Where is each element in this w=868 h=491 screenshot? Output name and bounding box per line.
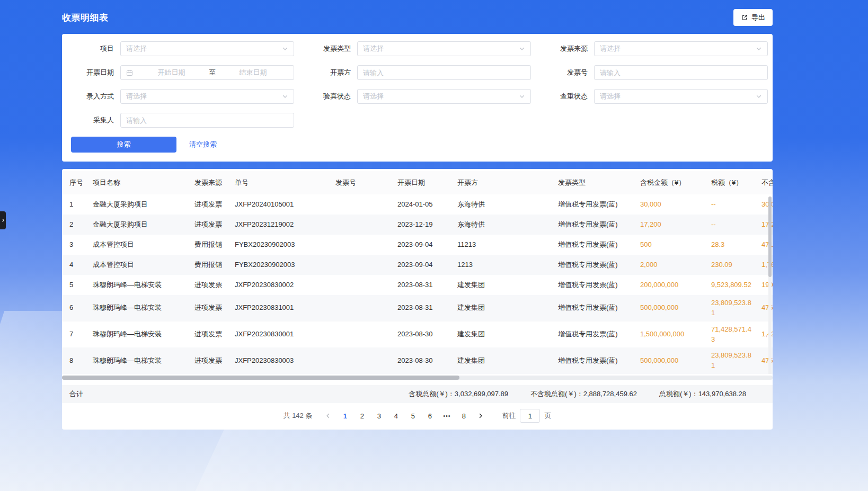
cell-date: 2024-01-05 [393,194,453,215]
date-range-separator: 至 [209,68,216,77]
chevron-down-icon [519,46,525,52]
filter-actions: 搜索 清空搜索 [62,137,773,153]
cell-project: 成本管控项目 [88,235,190,255]
summary-label: 总税额(￥)： [659,390,698,398]
cell-tax: 230.09 [707,255,757,275]
column-header: 序号 [62,171,88,194]
cell-order_no: JXFP20230830003 [231,347,331,374]
summary-amount-without-tax: 不含税总额(￥)：2,888,728,459.62 [530,389,637,399]
cell-date: 2023-09-04 [393,235,453,255]
summary-amount-with-tax: 含税总额(￥)：3,032,699,097.89 [409,389,508,399]
horizontal-scrollbar-thumb[interactable] [62,376,459,380]
prev-page-button[interactable] [321,408,335,423]
issuer-input-label: 开票方 [299,68,351,77]
filter-field-verification-status-select: 验真状态请选择 [299,89,531,104]
filter-field-invoice-source-select: 发票来源请选择 [536,41,768,56]
cell-issuer: 建发集团 [453,322,554,348]
cell-invoice_no [331,194,393,215]
page-ellipsis[interactable]: ••• [439,408,454,423]
cell-source: 进项发票 [190,295,231,322]
column-header: 发票类型 [554,171,636,194]
cell-tax: 71,428,571.43 [707,322,757,348]
cell-source: 进项发票 [190,275,231,295]
page-button-3[interactable]: 3 [371,408,386,423]
invoice-date-range-start[interactable]: 开始日期 [136,68,207,77]
table-row: 3成本管控项目费用报销FYBX202309020032023-09-041121… [62,235,773,255]
invoice-source-select[interactable]: 请选择 [594,41,768,56]
project-select-placeholder: 请选择 [126,44,279,53]
vertical-scrollbar[interactable] [768,197,772,374]
drawer-handle[interactable] [0,211,6,229]
invoice-type-select[interactable]: 请选择 [357,41,531,56]
collector-input[interactable] [126,117,288,124]
cell-tax: -- [707,215,757,235]
summary-label: 含税总额(￥)： [409,390,455,398]
cell-project: 金融大厦采购项目 [88,215,190,235]
entry-method-select[interactable]: 请选择 [120,89,294,104]
filter-row: 录入方式请选择验真状态请选择查重状态请选择 [62,89,773,104]
table-row: 7珠穆朗玛峰—电梯安装进项发票JXFP202308300012023-08-30… [62,322,773,348]
search-button[interactable]: 搜索 [71,137,176,153]
summary-value: 2,888,728,459.62 [583,390,637,398]
issuer-input-wrap [357,65,531,80]
invoice-source-select-placeholder: 请选择 [600,44,752,53]
invoice-number-input[interactable] [600,69,762,77]
cell-issuer: 东海特供 [453,194,554,215]
cell-order_no: FYBX20230902003 [231,235,331,255]
verification-status-select[interactable]: 请选择 [357,89,531,104]
next-page-button[interactable] [473,408,488,423]
filter-field-collector-input: 采集人 [62,113,294,128]
invoice-table: 序号项目名称发票来源单号发票号开票日期开票方发票类型含税金额（¥）税额（¥）不含… [62,171,773,374]
cell-amount_with_tax: 30,000 [636,194,707,215]
filter-panel: 项目请选择发票类型请选择发票来源请选择开票日期开始日期至结束日期开票方发票号录入… [62,34,773,162]
page-button-4[interactable]: 4 [388,408,403,423]
goto-page-input[interactable] [520,409,540,423]
invoice-date-range[interactable]: 开始日期至结束日期 [120,65,294,80]
cell-type: 增值税专用发票(蓝) [554,295,636,322]
cell-project: 金融大厦采购项目 [88,194,190,215]
cell-invoice_no [331,275,393,295]
invoice-date-range-end[interactable]: 结束日期 [218,68,288,77]
cell-project: 珠穆朗玛峰—电梯安装 [88,322,190,348]
cell-tax: -- [707,194,757,215]
entry-method-select-placeholder: 请选择 [126,92,279,101]
collector-input-wrap [120,113,294,128]
chevron-right-icon [1,218,5,222]
cell-date: 2023-12-19 [393,215,453,235]
column-header: 单号 [231,171,331,194]
duplicate-check-select[interactable]: 请选择 [594,89,768,104]
page-button-2[interactable]: 2 [355,408,369,423]
page-button-5[interactable]: 5 [405,408,420,423]
cell-type: 增值税专用发票(蓝) [554,235,636,255]
cell-amount_with_tax: 500 [636,235,707,255]
cell-issuer: 东海特供 [453,215,554,235]
chevron-down-icon [756,93,762,100]
cell-type: 增值税专用发票(蓝) [554,194,636,215]
verification-status-select-label: 验真状态 [299,92,351,101]
project-select[interactable]: 请选择 [120,41,294,56]
export-icon [741,14,748,21]
cell-tax: 23,809,523.81 [707,347,757,374]
cell-tax: 23,809,523.81 [707,295,757,322]
page-button-8[interactable]: 8 [456,408,471,423]
cell-order_no: JXFP20230830001 [231,322,331,348]
cell-invoice_no [331,255,393,275]
clear-search-link[interactable]: 清空搜索 [189,140,217,149]
filter-field-invoice-number-input: 发票号 [536,65,768,80]
horizontal-scrollbar[interactable] [62,376,773,380]
vertical-scrollbar-thumb[interactable] [768,197,772,277]
cell-date: 2023-08-31 [393,295,453,322]
page-button-1[interactable]: 1 [338,408,352,423]
chevron-down-icon [282,93,288,100]
table-row: 6珠穆朗玛峰—电梯安装进项发票JXFP202308310012023-08-31… [62,295,773,322]
cell-issuer: 建发集团 [453,295,554,322]
summary-value: 3,032,699,097.89 [455,390,508,398]
page-button-6[interactable]: 6 [422,408,437,423]
issuer-input[interactable] [363,69,525,77]
cell-source: 进项发票 [190,347,231,374]
cell-invoice_no [331,347,393,374]
calendar-icon [126,69,133,76]
chevron-down-icon [282,46,288,52]
cell-amount_with_tax: 500,000,000 [636,347,707,374]
export-button[interactable]: 导出 [733,9,773,26]
